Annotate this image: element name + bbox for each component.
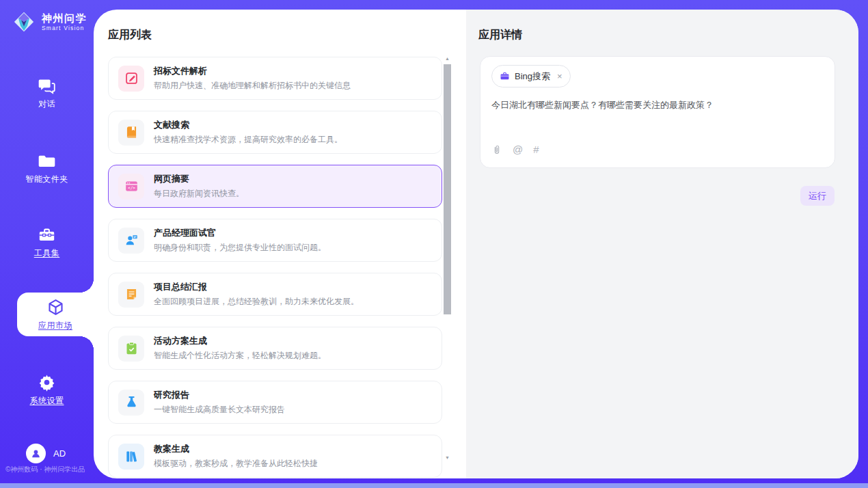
edit-doc-icon [118,66,144,92]
folder-icon [38,152,56,170]
lesson-icon [118,444,144,470]
app-card-text: 网页摘要每日政府新闻资讯快查。 [154,173,244,200]
app-card[interactable]: 活动方案生成智能生成个性化活动方案，轻松解决规划难题。 [108,327,442,370]
app-card-description: 帮助用户快速、准确地理解和解析招标书中的关键信息 [154,80,351,92]
chat-icon [38,77,56,95]
app-card-name: 活动方案生成 [154,335,326,347]
close-icon[interactable]: × [557,71,562,81]
gear-icon [38,373,56,392]
app-card-name: 教案生成 [154,443,318,455]
mention-icon[interactable]: @ [513,144,523,155]
book-icon [118,120,144,146]
app-card-name: 研究报告 [154,389,285,401]
app-card-name: 文献搜索 [154,119,342,131]
app-card-description: 一键智能生成高质量长文本研究报告 [154,404,285,416]
memo-icon [118,282,144,308]
app-card-description: 全面回顾项目进展，总结经验教训，助力未来优化发展。 [154,296,359,308]
toolbox-icon [38,226,56,244]
app-card-text: 活动方案生成智能生成个性化活动方案，轻松解决规划难题。 [154,335,326,362]
brand-title: 神州问学 [42,12,87,24]
app-card-description: 快速精准查找学术资源，提高研究效率的必备工具。 [154,134,342,146]
composer-toolbar: @ # [491,144,539,155]
report-icon [118,390,144,416]
app-card-name: 网页摘要 [154,173,244,185]
app-list: 招标文件解析帮助用户快速、准确地理解和解析招标书中的关键信息文献搜索快速精准查找… [108,57,442,478]
diamond-logo-icon [11,9,37,35]
sidebar-item-label: 智能文件夹 [25,174,68,185]
svg-text:</>: </> [127,185,135,190]
prompt-input[interactable]: 今日湖北有哪些新闻要点？有哪些需要关注的最新政策？ [491,99,819,111]
sidebar-item-label: 工具集 [34,247,60,259]
prompt-card: Bing搜索 × 今日湖北有哪些新闻要点？有哪些需要关注的最新政策？ @ # [480,56,835,168]
brand-subtitle: Smart Vision [42,25,87,31]
app-list-title: 应用列表 [108,28,152,42]
app-card-description: 每日政府新闻资讯快查。 [154,188,244,200]
app-card-text: 研究报告一键智能生成高质量长文本研究报告 [154,389,285,416]
brand-logo: 神州问学 Smart Vision [11,9,87,35]
app-card[interactable]: 研究报告一键智能生成高质量长文本研究报告 [108,381,442,424]
app-detail-title: 应用详情 [478,28,522,42]
app-card-name: 招标文件解析 [154,65,351,77]
plan-icon [118,336,144,362]
sidebar-item-chat[interactable]: 对话 [0,71,94,115]
sidebar-item-smart-folders[interactable]: 智能文件夹 [0,146,94,190]
scroll-up-icon[interactable]: ▲ [443,55,452,63]
cube-icon [46,298,65,316]
briefcase-icon [500,71,510,81]
copyright-text: ©神州数码 · 神州问学出品 [5,465,85,474]
sidebar-item-label: 系统设置 [30,395,64,407]
app-card-text: 文献搜索快速精准查找学术资源，提高研究效率的必备工具。 [154,119,342,146]
app-card-description: 明确身份和职责，为您提供专业性的面试问题。 [154,242,326,254]
app-card-name: 项目总结汇报 [154,281,359,293]
app-detail-pane: 应用详情 Bing搜索 × 今日湖北有哪些新闻要点？有哪些需要关注的最新政策？ [466,10,858,478]
attachment-icon[interactable] [491,144,502,155]
app-card[interactable]: </>网页摘要每日政府新闻资讯快查。 [108,165,442,208]
content-panel: 应用列表 招标文件解析帮助用户快速、准确地理解和解析招标书中的关键信息文献搜索快… [94,10,858,478]
app-card-description: 智能生成个性化活动方案，轻松解决规划难题。 [154,350,326,362]
user-label: AD [53,448,66,459]
app-card[interactable]: 招标文件解析帮助用户快速、准确地理解和解析招标书中的关键信息 [108,57,442,100]
app-card[interactable]: 教案生成模板驱动，教案秒成，教学准备从此轻松快捷 [108,435,442,478]
app-card-text: 项目总结汇报全面回顾项目进展，总结经验教训，助力未来优化发展。 [154,281,359,308]
person-icon [30,448,42,459]
window-bottom-edge [0,483,868,488]
app-card-description: 模板驱动，教案秒成，教学准备从此轻松快捷 [154,458,318,470]
avatar [26,444,46,463]
scroll-down-icon[interactable]: ▼ [443,454,452,462]
list-scrollbar[interactable]: ▲ ▼ [443,55,452,462]
tool-tag-bing-search[interactable]: Bing搜索 × [491,65,571,87]
sidebar-item-label: 应用市场 [38,320,72,331]
app-card-text: 教案生成模板驱动，教案秒成，教学准备从此轻松快捷 [154,443,318,470]
interview-icon [118,228,144,254]
app-card[interactable]: 项目总结汇报全面回顾项目进展，总结经验教训，助力未来优化发展。 [108,273,442,316]
hash-icon[interactable]: # [533,144,539,155]
web-code-icon: </> [118,174,144,200]
app-window: 神州问学 Smart Vision 对话智能文件夹工具集应用市场系统设置 AD … [0,0,868,488]
sidebar-item-label: 对话 [38,98,55,110]
sidebar-item-app-market[interactable]: 应用市场 [17,293,94,336]
user-account[interactable]: AD [26,444,66,463]
app-card-text: 招标文件解析帮助用户快速、准确地理解和解析招标书中的关键信息 [154,65,351,92]
app-card-text: 产品经理面试官明确身份和职责，为您提供专业性的面试问题。 [154,227,326,254]
run-button[interactable]: 运行 [800,186,835,206]
tool-tag-label: Bing搜索 [515,70,550,83]
sidebar-item-toolset[interactable]: 工具集 [0,220,94,264]
sidebar: 神州问学 Smart Vision 对话智能文件夹工具集应用市场系统设置 AD … [0,0,94,488]
app-card[interactable]: 文献搜索快速精准查找学术资源，提高研究效率的必备工具。 [108,111,442,154]
app-card-name: 产品经理面试官 [154,227,326,239]
app-card[interactable]: 产品经理面试官明确身份和职责，为您提供专业性的面试问题。 [108,219,442,262]
scrollbar-thumb[interactable] [444,64,451,314]
sidebar-item-system-settings[interactable]: 系统设置 [0,368,94,411]
